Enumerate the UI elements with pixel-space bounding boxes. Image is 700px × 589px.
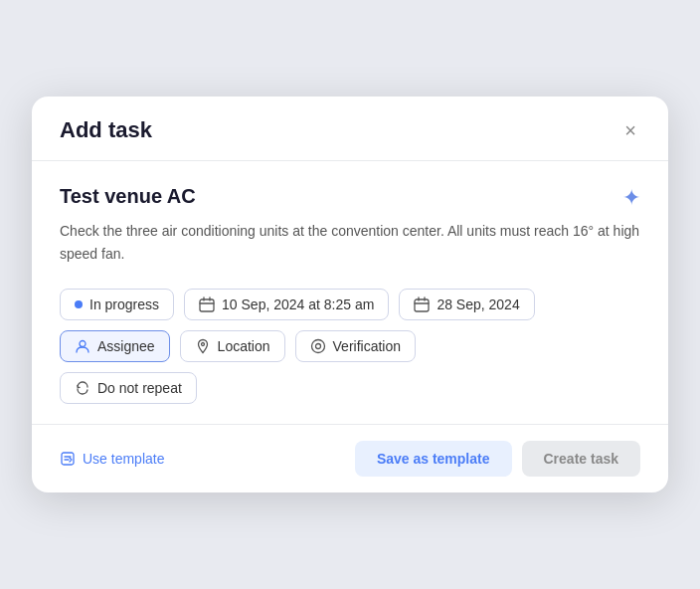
repeat-icon [75, 380, 90, 396]
end-date-label: 28 Sep, 2024 [437, 296, 519, 312]
save-template-button[interactable]: Save as template [355, 441, 512, 477]
calendar-end-icon [414, 296, 430, 312]
use-template-button[interactable]: Use template [60, 451, 164, 467]
dialog-footer: Use template Save as template Create tas… [32, 424, 668, 492]
svg-point-2 [80, 340, 86, 346]
tags-row-1: In progress 10 Sep, 2024 at 8:25 am [60, 289, 640, 320]
svg-rect-6 [62, 453, 74, 465]
repeat-label: Do not repeat [97, 380, 182, 396]
svg-point-3 [201, 342, 204, 345]
task-description: Check the three air conditioning units a… [60, 220, 640, 265]
use-template-label: Use template [83, 451, 164, 467]
create-task-button[interactable]: Create task [522, 441, 641, 477]
verification-icon [310, 338, 326, 354]
end-date-tag[interactable]: 28 Sep, 2024 [399, 289, 534, 320]
start-date-label: 10 Sep, 2024 at 8:25 am [222, 296, 374, 312]
assignee-tag[interactable]: Assignee [60, 330, 170, 362]
location-icon [195, 338, 211, 354]
assignee-label: Assignee [97, 338, 155, 354]
tags-row-3: Do not repeat [60, 372, 640, 404]
dialog-wrapper: Add task × ✦ Test venue AC Check the thr… [0, 0, 700, 589]
ai-sparkle-icon[interactable]: ✦ [622, 185, 640, 211]
svg-rect-0 [200, 299, 214, 311]
verification-label: Verification [333, 338, 401, 354]
location-label: Location [218, 338, 270, 354]
status-label: In progress [89, 296, 159, 312]
location-tag[interactable]: Location [180, 330, 285, 362]
use-template-icon [60, 451, 76, 467]
add-task-dialog: Add task × ✦ Test venue AC Check the thr… [32, 97, 668, 492]
svg-point-4 [311, 339, 324, 352]
task-title: Test venue AC [60, 185, 640, 208]
svg-rect-1 [415, 299, 429, 311]
status-tag[interactable]: In progress [60, 289, 174, 320]
assignee-icon [75, 338, 90, 354]
calendar-start-icon [199, 296, 215, 312]
footer-actions: Save as template Create task [355, 441, 640, 477]
svg-point-5 [315, 343, 320, 348]
dialog-body: ✦ Test venue AC Check the three air cond… [32, 161, 668, 424]
start-date-tag[interactable]: 10 Sep, 2024 at 8:25 am [184, 289, 389, 320]
dialog-title: Add task [60, 117, 152, 143]
dialog-header: Add task × [32, 97, 668, 160]
status-dot [75, 300, 83, 308]
close-button[interactable]: × [620, 116, 640, 144]
repeat-tag[interactable]: Do not repeat [60, 372, 197, 404]
tags-row-2: Assignee Location Verificati [60, 330, 640, 362]
verification-tag[interactable]: Verification [295, 330, 416, 362]
